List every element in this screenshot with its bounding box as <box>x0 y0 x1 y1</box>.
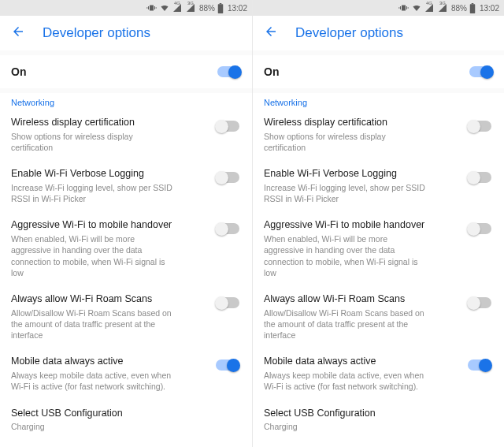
wifi-icon <box>159 3 170 13</box>
master-label: On <box>264 65 279 78</box>
setting-desc: Allow/Disallow Wi-Fi Roam Scans based on… <box>11 307 176 341</box>
svg-rect-0 <box>150 6 154 11</box>
app-bar: Developer options <box>253 16 504 50</box>
section-header: Networking <box>253 93 504 109</box>
setting-title: Aggressive Wi-Fi to mobile handover <box>264 218 458 232</box>
settings-list: Networking Wireless display certificatio… <box>253 93 504 447</box>
setting-title: Enable Wi-Fi Verbose Logging <box>11 167 206 181</box>
section-header: Networking <box>0 93 252 109</box>
toggle-switch[interactable] <box>468 121 491 132</box>
setting-desc: When enabled, Wi-Fi will be more aggress… <box>264 233 429 278</box>
page-title: Developer options <box>43 25 150 41</box>
toggle-switch[interactable] <box>217 66 241 77</box>
phone-pane-0: 4G 3G 88% 13:02 Developer options On Net… <box>0 0 252 447</box>
setting-title: Enable Wi-Fi Verbose Logging <box>264 167 458 181</box>
svg-rect-6 <box>218 4 224 13</box>
toggle-switch[interactable] <box>216 297 239 308</box>
vibrate-icon <box>398 3 409 13</box>
toggle-switch[interactable] <box>468 223 491 234</box>
clock-text: 13:02 <box>480 4 499 13</box>
setting-title: Wireless display certification <box>264 116 458 129</box>
back-icon[interactable] <box>11 24 25 42</box>
svg-rect-7 <box>402 6 406 11</box>
svg-rect-10 <box>398 7 399 9</box>
back-icon[interactable] <box>264 24 278 42</box>
setting-title: Always allow Wi-Fi Roam Scans <box>11 292 206 306</box>
setting-desc: Charging <box>11 421 176 432</box>
app-bar: Developer options <box>0 16 252 50</box>
clock-text: 13:02 <box>228 4 247 13</box>
toggle-switch[interactable] <box>216 359 239 371</box>
toggle-switch[interactable] <box>469 66 493 77</box>
svg-rect-5 <box>220 3 222 4</box>
setting-desc: Always keep mobile data active, even whe… <box>11 370 176 392</box>
setting-item-6[interactable]: Disable absolute volume Disables the Blu… <box>253 440 504 447</box>
setting-desc: Increase Wi-Fi logging level, show per S… <box>11 182 176 204</box>
battery-icon <box>469 3 476 13</box>
setting-item-3[interactable]: Always allow Wi-Fi Roam Scans Allow/Disa… <box>253 285 504 348</box>
setting-item-1[interactable]: Enable Wi-Fi Verbose Logging Increase Wi… <box>253 160 504 211</box>
svg-rect-12 <box>472 3 474 4</box>
svg-rect-2 <box>154 6 155 9</box>
signal-a-icon: 4G <box>172 3 183 13</box>
setting-title: Always allow Wi-Fi Roam Scans <box>264 292 458 306</box>
toggle-switch[interactable] <box>216 223 239 234</box>
setting-item-3[interactable]: Always allow Wi-Fi Roam Scans Allow/Disa… <box>0 285 252 348</box>
toggle-switch[interactable] <box>468 172 491 183</box>
battery-icon <box>217 3 224 13</box>
setting-title: Select USB Configuration <box>11 407 206 420</box>
svg-rect-1 <box>148 6 149 9</box>
vibrate-icon <box>146 3 157 13</box>
toggle-switch[interactable] <box>216 172 239 183</box>
setting-desc: Show options for wireless display certif… <box>11 131 176 153</box>
status-bar: 4G 3G 88% 13:02 <box>0 0 252 16</box>
signal-b-icon: 3G <box>438 3 449 13</box>
svg-rect-4 <box>156 7 157 9</box>
setting-title: Mobile data always active <box>264 355 458 368</box>
svg-rect-8 <box>400 6 401 9</box>
setting-item-2[interactable]: Aggressive Wi-Fi to mobile handover When… <box>253 211 504 285</box>
setting-item-1[interactable]: Enable Wi-Fi Verbose Logging Increase Wi… <box>0 160 252 211</box>
setting-desc: When enabled, Wi-Fi will be more aggress… <box>11 233 176 278</box>
setting-item-4[interactable]: Mobile data always active Always keep mo… <box>253 348 504 399</box>
signal-a-icon: 4G <box>424 3 435 13</box>
status-bar: 4G 3G 88% 13:02 <box>253 0 504 16</box>
master-toggle-row[interactable]: On <box>0 55 252 88</box>
svg-rect-13 <box>470 4 476 13</box>
setting-desc: Charging <box>264 421 429 432</box>
master-label: On <box>11 65 26 78</box>
setting-item-2[interactable]: Aggressive Wi-Fi to mobile handover When… <box>0 211 252 285</box>
phone-pane-1: 4G 3G 88% 13:02 Developer options On Net… <box>252 0 504 447</box>
setting-item-5[interactable]: Select USB Configuration Charging <box>0 400 252 440</box>
toggle-switch[interactable] <box>468 297 491 308</box>
toggle-switch[interactable] <box>216 121 239 132</box>
setting-item-0[interactable]: Wireless display certification Show opti… <box>0 109 252 160</box>
setting-item-0[interactable]: Wireless display certification Show opti… <box>253 109 504 160</box>
setting-item-6[interactable]: Disable absolute volume Disables the Blu… <box>0 440 252 447</box>
setting-desc: Allow/Disallow Wi-Fi Roam Scans based on… <box>264 307 429 341</box>
toggle-switch[interactable] <box>468 359 491 371</box>
signal-b-icon: 3G <box>186 3 197 13</box>
page-title: Developer options <box>295 25 403 41</box>
svg-rect-11 <box>408 7 409 9</box>
svg-rect-3 <box>146 7 147 9</box>
wifi-icon <box>411 3 422 13</box>
svg-rect-9 <box>406 6 407 9</box>
setting-desc: Show options for wireless display certif… <box>264 131 429 153</box>
setting-item-4[interactable]: Mobile data always active Always keep mo… <box>0 348 252 399</box>
setting-title: Aggressive Wi-Fi to mobile handover <box>11 218 206 232</box>
battery-text: 88% <box>451 4 467 13</box>
setting-title: Mobile data always active <box>11 355 206 368</box>
master-toggle-row[interactable]: On <box>253 55 504 88</box>
setting-item-5[interactable]: Select USB Configuration Charging <box>253 400 504 440</box>
setting-desc: Increase Wi-Fi logging level, show per S… <box>264 182 429 204</box>
setting-title: Select USB Configuration <box>264 407 458 420</box>
settings-list: Networking Wireless display certificatio… <box>0 93 252 447</box>
setting-desc: Always keep mobile data active, even whe… <box>264 370 429 392</box>
battery-text: 88% <box>199 4 215 13</box>
setting-title: Wireless display certification <box>11 116 206 129</box>
